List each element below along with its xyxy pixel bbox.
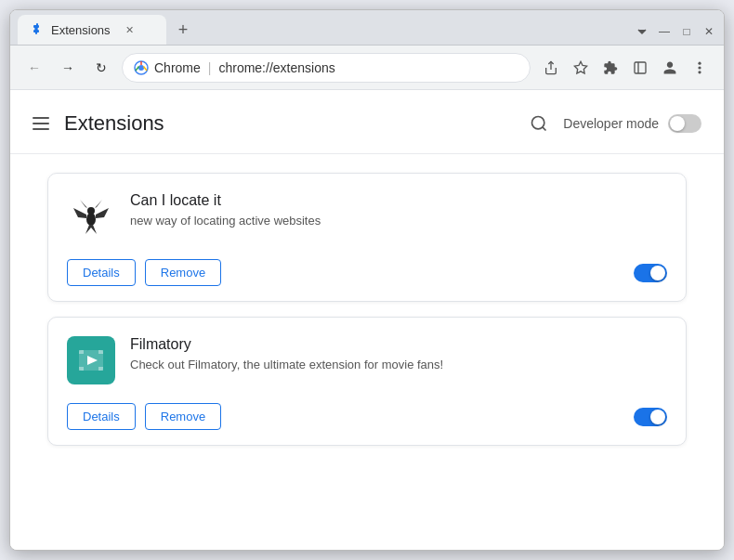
extension-desc-1: Check out Filmatory, the ultimate extens… bbox=[130, 357, 667, 373]
address-bar[interactable]: Chrome | chrome://extensions bbox=[122, 53, 531, 83]
address-separator: | bbox=[208, 60, 212, 75]
developer-mode-toggle[interactable] bbox=[668, 114, 701, 133]
hamburger-menu-button[interactable] bbox=[29, 113, 53, 134]
extensions-list: Can I locate it new way of locating acti… bbox=[10, 154, 724, 464]
tab-close-button[interactable]: ✕ bbox=[122, 21, 138, 38]
toggle-thumb-1 bbox=[650, 410, 665, 424]
tab-label: Extensions bbox=[51, 23, 111, 37]
extension-name-1: Filmatory bbox=[130, 336, 667, 353]
toolbar-action-icons bbox=[538, 55, 713, 81]
new-tab-button[interactable]: + bbox=[170, 17, 196, 43]
svg-rect-7 bbox=[635, 62, 646, 73]
details-button-0[interactable]: Details bbox=[67, 259, 136, 286]
header-left: Extensions bbox=[29, 111, 164, 136]
extension-card-top-0: Can I locate it new way of locating acti… bbox=[67, 192, 667, 241]
svg-line-13 bbox=[543, 127, 546, 131]
filmatory-icon bbox=[67, 336, 115, 384]
sidebar-button[interactable] bbox=[627, 55, 653, 81]
extension-card-1: Filmatory Check out Filmatory, the ultim… bbox=[47, 317, 687, 446]
svg-rect-18 bbox=[98, 350, 103, 354]
chrome-icon bbox=[134, 60, 149, 75]
reload-button[interactable]: ↻ bbox=[88, 55, 114, 81]
developer-mode-label: Developer mode bbox=[563, 116, 659, 131]
extensions-header: Extensions Developer mode bbox=[10, 90, 724, 154]
extension-icon-1 bbox=[67, 336, 115, 384]
minimize-button[interactable]: — bbox=[657, 24, 672, 39]
details-button-1[interactable]: Details bbox=[67, 403, 136, 430]
extension-info-1: Filmatory Check out Filmatory, the ultim… bbox=[130, 336, 667, 373]
remove-button-0[interactable]: Remove bbox=[145, 259, 221, 286]
browser-toolbar: ← → ↻ Chrome | chrome://extensions bbox=[10, 46, 724, 90]
share-button[interactable] bbox=[538, 55, 564, 81]
svg-rect-19 bbox=[79, 367, 84, 371]
page-title: Extensions bbox=[64, 111, 164, 136]
svg-point-15 bbox=[87, 207, 95, 215]
extension-icon-0 bbox=[67, 192, 115, 241]
back-button[interactable]: ← bbox=[21, 55, 47, 81]
address-chrome-label: Chrome bbox=[154, 60, 201, 75]
film-play-svg bbox=[77, 346, 105, 374]
extension-toggle-1[interactable] bbox=[634, 408, 667, 426]
close-button[interactable]: ✕ bbox=[701, 24, 716, 39]
svg-rect-17 bbox=[79, 350, 84, 354]
address-url: chrome://extensions bbox=[218, 60, 334, 75]
active-tab[interactable]: Extensions ✕ bbox=[18, 15, 166, 45]
bookmark-button[interactable] bbox=[568, 55, 594, 81]
extension-toggle-0[interactable] bbox=[634, 264, 667, 282]
svg-point-12 bbox=[532, 117, 544, 129]
remove-button-1[interactable]: Remove bbox=[145, 403, 221, 430]
title-bar: Extensions ✕ + — □ ✕ bbox=[10, 10, 724, 46]
svg-point-10 bbox=[698, 66, 701, 69]
extension-card-bottom-1: Details Remove bbox=[67, 403, 667, 430]
menu-button[interactable] bbox=[687, 55, 713, 81]
extension-name-0: Can I locate it bbox=[130, 192, 667, 209]
window-chevron-button[interactable] bbox=[635, 24, 649, 39]
extension-card-0: Can I locate it new way of locating acti… bbox=[47, 173, 687, 302]
toggle-thumb-0 bbox=[650, 266, 665, 280]
browser-window: Extensions ✕ + — □ ✕ ← → ↻ C bbox=[9, 9, 725, 551]
toggle-thumb bbox=[670, 116, 685, 131]
header-right: Developer mode bbox=[524, 109, 701, 138]
extension-card-bottom-0: Details Remove bbox=[67, 259, 667, 286]
svg-point-11 bbox=[698, 71, 701, 73]
svg-point-1 bbox=[138, 65, 144, 71]
svg-point-9 bbox=[698, 61, 701, 64]
tab-extension-icon bbox=[29, 22, 44, 37]
profile-button[interactable] bbox=[657, 55, 683, 81]
search-button[interactable] bbox=[524, 109, 554, 138]
svg-marker-6 bbox=[574, 61, 586, 73]
extension-info-0: Can I locate it new way of locating acti… bbox=[130, 192, 667, 229]
svg-line-4 bbox=[136, 66, 139, 71]
svg-rect-20 bbox=[98, 367, 103, 371]
extension-desc-0: new way of locating active websites bbox=[130, 213, 667, 229]
extension-card-top-1: Filmatory Check out Filmatory, the ultim… bbox=[67, 336, 667, 384]
content-area: Extensions Developer mode bbox=[10, 90, 724, 550]
svg-point-14 bbox=[86, 213, 96, 226]
extensions-button[interactable] bbox=[597, 55, 623, 81]
bird-svg-icon bbox=[69, 194, 113, 239]
forward-button[interactable]: → bbox=[55, 55, 81, 81]
svg-line-3 bbox=[144, 66, 148, 71]
window-controls: — □ ✕ bbox=[635, 24, 716, 39]
maximize-button[interactable]: □ bbox=[679, 24, 694, 39]
